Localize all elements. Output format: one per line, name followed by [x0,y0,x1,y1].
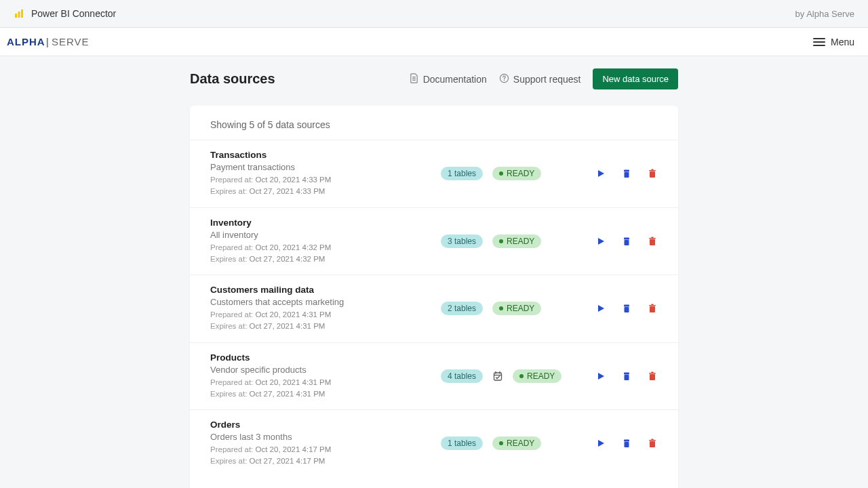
main-container: Data sources Documentation Support reque… [190,56,678,488]
status-dot-icon [519,374,524,378]
data-source-expires: Expires at: Oct 27, 2021 4:33 PM [210,186,441,197]
data-source-expires: Expires at: Oct 27, 2021 4:17 PM [210,455,441,467]
svg-rect-27 [624,372,629,374]
svg-rect-14 [625,240,629,245]
svg-rect-2 [21,9,23,18]
svg-rect-1 [18,12,20,18]
svg-rect-19 [625,307,629,312]
svg-rect-28 [625,375,629,380]
delete-button[interactable] [647,168,658,179]
schedule-icon[interactable] [492,371,503,382]
menu-label: Menu [831,37,854,47]
expires-value: Oct 27, 2021 4:31 PM [250,390,326,398]
run-button[interactable] [595,168,606,179]
data-source-expires: Expires at: Oct 27, 2021 4:31 PM [210,388,441,400]
delete-button[interactable] [647,438,658,449]
data-source-row: Inventory All inventory Prepared at: Oct… [190,208,678,276]
svg-rect-22 [651,304,654,306]
run-button[interactable] [595,303,606,314]
tables-badge: 3 tables [441,235,483,248]
data-source-description: All inventory [210,230,441,240]
page-actions: Documentation Support request New data s… [409,68,678,89]
data-source-badges: 1 tables READY [441,436,583,450]
data-source-badges: 2 tables READY [441,302,583,315]
svg-rect-18 [624,305,629,307]
svg-rect-12 [651,169,654,171]
status-text: READY [507,237,534,246]
data-source-prepared: Prepared at: Oct 20, 2021 4:17 PM [210,444,441,455]
delete-button[interactable] [647,371,658,382]
expires-value: Oct 27, 2021 4:17 PM [250,457,326,465]
svg-rect-32 [624,440,629,442]
top-bar-left: Power BI Connector [14,8,116,19]
status-text: READY [527,371,555,381]
data-source-row: Products Vendor specific products Prepar… [190,343,678,411]
status-dot-icon [499,306,503,310]
data-source-expires: Expires at: Oct 27, 2021 4:31 PM [210,321,441,332]
delete-button[interactable] [647,236,658,247]
data-source-info: Inventory All inventory Prepared at: Oct… [210,218,441,266]
svg-rect-8 [624,170,629,172]
data-source-description: Orders last 3 months [210,432,441,442]
prepared-label: Prepared at: [210,310,253,319]
data-source-actions [583,236,658,247]
expires-value: Oct 27, 2021 4:33 PM [250,187,326,195]
data-source-badges: 1 tables READY [441,167,583,180]
expires-value: Oct 27, 2021 4:32 PM [250,255,326,263]
run-button[interactable] [595,236,606,247]
status-dot-icon [499,171,503,176]
svg-rect-0 [15,14,17,18]
expires-label: Expires at: [210,255,247,263]
copy-button[interactable] [621,236,632,247]
support-link[interactable]: Support request [499,73,581,85]
svg-rect-10 [650,171,655,178]
data-source-info: Orders Orders last 3 months Prepared at:… [210,420,441,468]
page-header: Data sources Documentation Support reque… [190,68,678,89]
status-badge: READY [492,235,541,248]
data-source-prepared: Prepared at: Oct 20, 2021 4:31 PM [210,309,441,321]
list-summary: Showing 5 of 5 data sources [190,106,678,140]
data-source-info: Customers mailing data Customers that ac… [210,285,441,333]
new-data-source-button[interactable]: New data source [593,68,678,89]
data-source-prepared: Prepared at: Oct 20, 2021 4:32 PM [210,242,441,253]
copy-button[interactable] [621,371,632,382]
prepared-value: Oct 20, 2021 4:33 PM [256,176,332,184]
prepared-value: Oct 20, 2021 4:17 PM [256,445,332,453]
svg-rect-9 [625,172,629,178]
data-sources-card: Showing 5 of 5 data sources Transactions… [190,106,678,488]
expires-value: Oct 27, 2021 4:31 PM [250,322,326,330]
menu-button[interactable]: Menu [813,37,854,47]
data-source-actions [583,371,658,382]
run-button[interactable] [595,438,606,449]
data-source-row: Transactions Payment transactions Prepar… [190,140,678,208]
header-bar: ALPHA | SERVE Menu [0,28,868,56]
data-source-info: Transactions Payment transactions Prepar… [210,150,441,198]
status-dot-icon [499,239,503,243]
tables-badge: 1 tables [441,436,483,450]
top-bar: Power BI Connector by Alpha Serve [0,0,868,28]
svg-rect-16 [649,238,656,239]
svg-rect-21 [649,305,656,306]
delete-button[interactable] [647,303,658,314]
documentation-link[interactable]: Documentation [409,73,487,85]
expires-label: Expires at: [210,457,247,465]
power-bi-icon [14,8,24,19]
status-dot-icon [499,441,503,445]
status-badge: READY [492,167,541,180]
expires-label: Expires at: [210,322,247,330]
svg-rect-36 [651,439,654,441]
copy-button[interactable] [621,438,632,449]
run-button[interactable] [595,371,606,382]
app-title: Power BI Connector [31,8,116,19]
svg-point-7 [504,79,505,81]
copy-button[interactable] [621,168,632,179]
copy-button[interactable] [621,303,632,314]
by-line: by Alpha Serve [795,9,854,19]
data-source-actions [583,438,658,449]
data-source-badges: 3 tables READY [441,235,583,248]
prepared-label: Prepared at: [210,445,253,453]
tables-badge: 1 tables [441,167,483,180]
data-source-badges: 4 tables READY [441,369,583,383]
logo[interactable]: ALPHA | SERVE [7,36,89,47]
data-source-name: Transactions [210,150,441,160]
